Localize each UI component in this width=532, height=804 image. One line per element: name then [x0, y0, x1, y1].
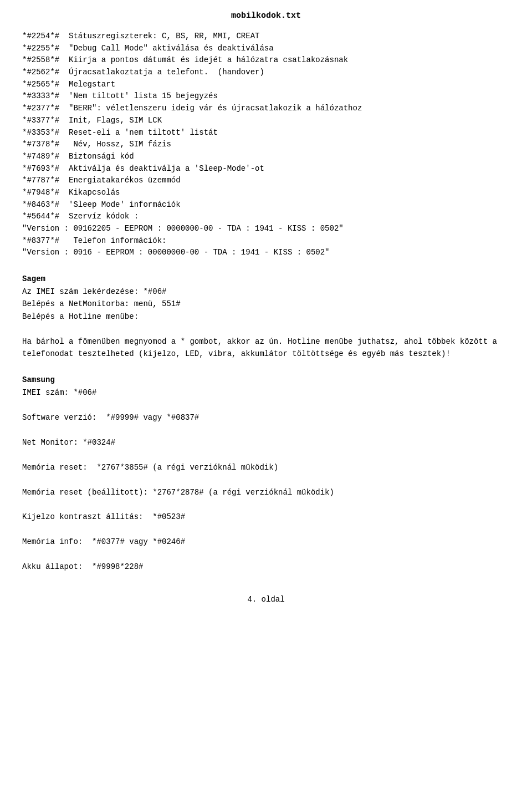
samsung-heading: Samsung	[22, 375, 510, 384]
sagem-section: Sagem Az IMEI szám lekérdezése: *#06# Be…	[22, 274, 510, 360]
samsung-section: Samsung IMEI szám: *#06# Software verzió…	[22, 375, 510, 573]
sagem-body: Az IMEI szám lekérdezése: *#06# Belépés …	[22, 286, 510, 360]
page-number: 4. oldal	[22, 595, 510, 604]
samsung-body: IMEI szám: *#06# Software verzió: *#9999…	[22, 386, 510, 573]
sagem-heading: Sagem	[22, 274, 510, 283]
main-content-block: *#2254*# Státuszregiszterek: C, BS, RR, …	[22, 30, 510, 259]
page-title: mobilkodok.txt	[22, 11, 510, 21]
